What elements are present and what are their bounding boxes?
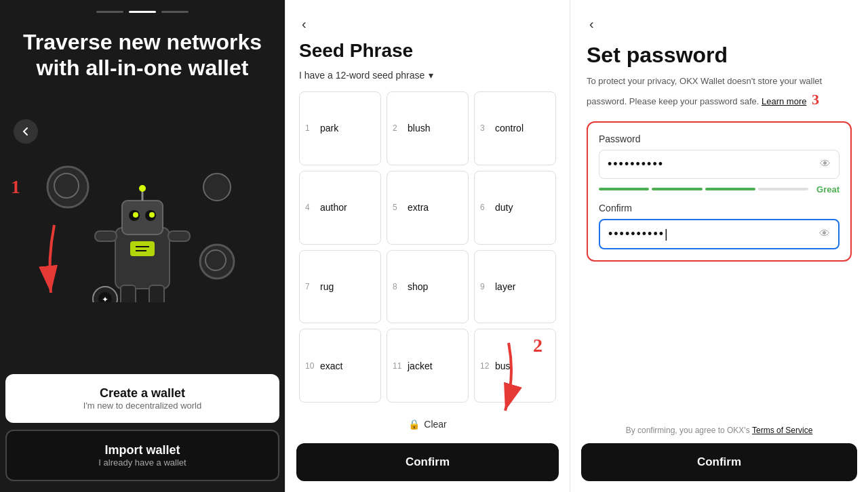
clear-icon: 🔒	[408, 419, 420, 430]
word-text: blush	[408, 123, 430, 134]
strength-label: Great	[816, 184, 840, 194]
seed-word-cell[interactable]: 12bus	[474, 329, 556, 403]
seed-phrase-back-button[interactable]: ‹	[299, 14, 309, 35]
svg-point-0	[47, 167, 88, 207]
word-number: 2	[393, 123, 403, 133]
word-text: bus	[495, 361, 511, 371]
seed-phrase-header: ‹ Seed Phrase I have a 12-word seed phra…	[285, 0, 570, 81]
annotation-3: 3	[812, 91, 819, 108]
word-number: 6	[480, 203, 491, 212]
strength-segment-4	[758, 188, 808, 190]
seed-word-cell[interactable]: 6duty	[474, 171, 556, 245]
progress-dot-2	[129, 11, 156, 13]
chevron-down-icon: ▾	[429, 70, 433, 81]
confirm-eye-icon[interactable]: 👁	[819, 228, 830, 240]
strength-segment-1	[599, 188, 649, 190]
svg-rect-16	[149, 285, 164, 302]
word-text: author	[320, 202, 347, 213]
seed-word-cell[interactable]: 3control	[474, 91, 556, 165]
svg-point-12	[139, 185, 146, 192]
word-text: extra	[408, 202, 429, 213]
svg-rect-17	[130, 241, 155, 256]
svg-point-4	[203, 173, 231, 201]
seed-word-cell[interactable]: 11jacket	[387, 329, 469, 403]
svg-rect-14	[168, 231, 190, 241]
panel-seed-phrase: ‹ Seed Phrase I have a 12-word seed phra…	[285, 0, 570, 492]
seed-phrase-title: Seed Phrase	[299, 40, 556, 62]
word-number: 7	[305, 282, 316, 291]
password-eye-icon[interactable]: 👁	[820, 158, 831, 170]
annotation-1: 1	[11, 176, 20, 198]
word-text: shop	[408, 281, 428, 292]
annotation-2: 2	[533, 335, 542, 356]
hero-title: Traverse new networks with all-in-one wa…	[0, 29, 285, 81]
seed-word-cell[interactable]: 2blush	[387, 91, 469, 165]
import-wallet-label: Import wallet	[104, 443, 180, 457]
word-number: 12	[480, 361, 491, 371]
set-password-header: ‹ Set password To protect your privacy, …	[570, 0, 868, 110]
create-wallet-sublabel: I'm new to decentralized world	[83, 401, 201, 411]
password-strength-bar: Great	[599, 184, 840, 194]
word-text: control	[495, 123, 524, 134]
seed-word-cell[interactable]: 10exact	[299, 329, 381, 403]
word-text: jacket	[408, 361, 433, 371]
hero-illustration: ✦	[41, 153, 244, 302]
svg-rect-15	[121, 285, 136, 302]
seed-word-cell[interactable]: 7rug	[299, 250, 381, 324]
create-wallet-label: Create a wallet	[100, 386, 185, 401]
svg-rect-6	[122, 201, 163, 234]
seed-word-cell[interactable]: 1park	[299, 91, 381, 165]
confirm-password-input[interactable]: ••••••••••|	[608, 227, 819, 241]
svg-point-9	[133, 212, 138, 218]
word-number: 4	[305, 203, 316, 212]
panel-onboarding: Traverse new networks with all-in-one wa…	[0, 0, 285, 492]
password-input[interactable]: ••••••••••	[608, 157, 820, 171]
learn-more-link[interactable]: Learn more	[762, 96, 806, 106]
strength-segment-2	[652, 188, 702, 190]
seed-word-cell[interactable]: 4author	[299, 171, 381, 245]
word-number: 3	[480, 123, 491, 133]
password-form-area: Password •••••••••• 👁 Great Confirm ••••…	[587, 121, 852, 262]
confirm-password-label: Confirm	[599, 203, 840, 213]
word-text: duty	[495, 202, 513, 213]
set-password-description: To protect your privacy, OKX Wallet does…	[587, 75, 852, 110]
svg-rect-13	[95, 231, 117, 241]
illustration-area: ✦ 1	[0, 81, 285, 374]
progress-dot-3	[161, 11, 189, 13]
seed-word-cell[interactable]: 9layer	[474, 250, 556, 324]
seed-words-grid: 1park2blush3control4author5extra6duty7ru…	[285, 81, 570, 413]
set-password-back-button[interactable]: ‹	[587, 14, 597, 35]
create-wallet-button[interactable]: Create a wallet I'm new to decentralized…	[5, 374, 279, 423]
word-number: 11	[393, 361, 403, 371]
svg-rect-5	[115, 228, 170, 289]
word-text: park	[320, 123, 338, 134]
word-text: exact	[320, 361, 342, 371]
terms-of-service-link[interactable]: Terms of Service	[752, 426, 812, 435]
back-button[interactable]	[14, 119, 38, 144]
progress-dot-1	[96, 11, 123, 13]
svg-text:✦: ✦	[102, 295, 108, 302]
word-number: 5	[393, 203, 403, 212]
action-buttons: Create a wallet I'm new to decentralized…	[0, 374, 285, 492]
word-text: rug	[320, 281, 334, 292]
progress-indicator	[96, 11, 189, 13]
import-wallet-button[interactable]: Import wallet I already have a wallet	[5, 430, 279, 481]
word-number: 8	[393, 282, 403, 291]
word-number: 9	[480, 282, 491, 291]
set-password-title: Set password	[587, 43, 852, 68]
word-number: 1	[305, 123, 316, 133]
import-wallet-sublabel: I already have a wallet	[98, 457, 186, 468]
confirm-password-input-wrapper[interactable]: ••••••••••| 👁	[599, 219, 840, 249]
seed-phrase-dropdown[interactable]: I have a 12-word seed phrase ▾	[299, 70, 556, 81]
strength-segment-3	[705, 188, 755, 190]
panel-set-password: ‹ Set password To protect your privacy, …	[570, 0, 868, 492]
word-number: 10	[305, 361, 316, 371]
seed-word-cell[interactable]: 8shop	[387, 250, 469, 324]
svg-point-10	[149, 212, 155, 218]
terms-text: By confirming, you agree to OKX's Terms …	[570, 426, 868, 443]
set-password-confirm-button[interactable]: Confirm	[581, 443, 857, 481]
password-input-wrapper[interactable]: •••••••••• 👁	[599, 150, 840, 179]
seed-phrase-confirm-button[interactable]: Confirm	[296, 443, 559, 481]
seed-word-cell[interactable]: 5extra	[387, 171, 469, 245]
clear-button[interactable]: 🔒 Clear	[403, 413, 452, 435]
